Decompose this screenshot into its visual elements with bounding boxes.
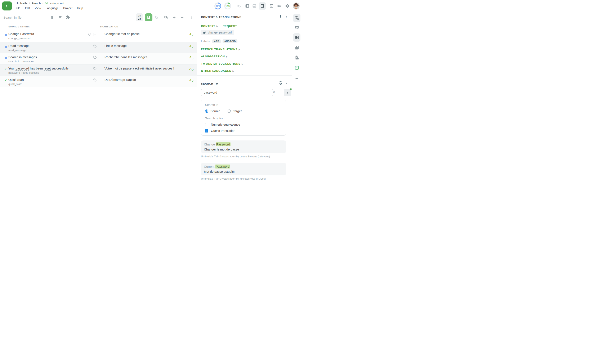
string-row[interactable]: ✓ Quick Start quick_start De Démarrage R… — [0, 76, 197, 87]
breadcrumb-separator: / — [29, 2, 30, 5]
section-ai-suggestion[interactable]: AI SUGGESTION▶ — [201, 54, 228, 58]
keyboard-icon[interactable] — [277, 4, 282, 9]
tm-filter-button[interactable] — [284, 89, 291, 96]
caret-down-icon[interactable]: ▼ — [285, 82, 288, 85]
tag-icon[interactable] — [88, 33, 91, 36]
section-other-languages[interactable]: OTHER LANGUAGES▶ — [201, 69, 234, 73]
add-panel-button[interactable] — [293, 74, 301, 83]
breadcrumb-project[interactable]: Umbrella — [16, 2, 27, 5]
source-cell[interactable]: ✓ Your password has been reset successfu… — [0, 65, 100, 76]
add-plus-icon — [295, 76, 299, 81]
string-key: search_in_messages — [8, 60, 87, 63]
spellcheck-icon[interactable]: A✓ — [189, 78, 194, 82]
copy-source-icon[interactable] — [163, 15, 168, 20]
search-option-label: Search option — [205, 116, 282, 120]
string-row[interactable]: Read message read_message Lire le messag… — [0, 42, 197, 53]
translation-cell[interactable]: Recherche dans les messages A✓ — [100, 53, 197, 65]
spellcheck-icon[interactable]: A✓ — [189, 32, 194, 36]
request-link[interactable]: REQUEST — [222, 24, 237, 28]
source-cell[interactable]: Change Password change_password — [0, 30, 100, 42]
tag-icon[interactable] — [93, 67, 97, 70]
back-button[interactable] — [2, 1, 12, 11]
checkbox-numeric-equivalence[interactable]: Numeric equivalence — [205, 123, 282, 126]
minus-icon[interactable] — [180, 15, 185, 20]
tm-match-highlight: Password — [215, 165, 230, 169]
tm-result-card[interactable]: Change Password Changer le mot de passe — [201, 140, 286, 153]
reader-view-icon — [295, 35, 299, 40]
layout-left-icon[interactable] — [244, 4, 250, 9]
tag-icon[interactable] — [93, 44, 97, 48]
translation-cell[interactable]: Lire le message A✓ — [100, 42, 197, 53]
translated-progress-ring[interactable]: 64% — [214, 2, 221, 10]
checkbox-guess-translation[interactable]: ✓ Guess translation — [205, 129, 282, 133]
tune-icon[interactable] — [49, 15, 54, 20]
radio-target[interactable]: Target — [228, 109, 242, 113]
search-tm-input[interactable] — [201, 89, 273, 96]
section-french-translations[interactable]: FRENCH TRANSLATIONS▶ — [201, 47, 240, 51]
source-cell[interactable]: Search in messages search_in_messages — [0, 53, 100, 65]
approved-progress-ring[interactable]: 17% — [224, 2, 231, 10]
pin-icon[interactable] — [279, 15, 282, 19]
string-key-chip[interactable]: change_password — [201, 30, 234, 35]
kebab-menu-icon[interactable] — [189, 15, 194, 20]
translation-cell[interactable]: De Démarrage Rapide A✓ — [100, 76, 197, 87]
breadcrumb-file[interactable]: strings.xml — [50, 2, 64, 5]
filter-list-icon[interactable] — [58, 15, 63, 20]
breadcrumb-language[interactable]: French — [32, 2, 41, 5]
layout-switcher — [244, 2, 266, 10]
string-row[interactable]: Search in messages search_in_messages Re… — [0, 53, 197, 65]
unpin-icon[interactable] — [279, 81, 282, 86]
menu-language[interactable]: Language — [46, 7, 59, 10]
side-rail — [292, 12, 301, 182]
user-avatar[interactable] — [293, 2, 300, 10]
spellcheck-icon[interactable]: A✓ — [189, 67, 194, 71]
translation-cell[interactable]: Changer le mot de passe A✓ — [100, 30, 197, 42]
translate-tab[interactable] — [293, 14, 301, 22]
layout-bottom-icon[interactable] — [252, 4, 257, 9]
menu-view[interactable]: View — [35, 7, 41, 10]
clear-x-icon[interactable]: ✕ — [273, 91, 275, 94]
table-header: SOURCE STRING TRANSLATION — [0, 23, 197, 30]
ai-assistant-tab[interactable] — [293, 64, 301, 72]
source-cell[interactable]: ✓ Quick Start quick_start — [0, 76, 100, 87]
draft-notes-icon[interactable] — [237, 4, 242, 9]
breadcrumb-separator: / — [42, 2, 43, 5]
radio-source[interactable]: Source — [205, 109, 220, 113]
undo-icon[interactable] — [154, 15, 159, 20]
context-translations-panel: CONTEXT & TRANSLATIONS ▼ CONTEXT ▶ REQUE… — [197, 12, 292, 182]
reader-view-tab[interactable] — [293, 33, 301, 42]
menu-file[interactable]: File — [16, 7, 21, 10]
section-tm-mt-suggestions[interactable]: TM AND MT SUGGESTIONS▶ — [201, 62, 243, 66]
menu-edit[interactable]: Edit — [25, 7, 30, 10]
spellcheck-icon[interactable]: A✓ — [189, 56, 194, 60]
caret-down-icon[interactable]: ▼ — [285, 16, 288, 18]
tag-icon[interactable] — [93, 78, 97, 82]
file-info-tab[interactable] — [293, 53, 301, 62]
label-chip[interactable]: APP — [212, 39, 221, 43]
comment-icon[interactable] — [93, 33, 97, 36]
label-chip[interactable]: ANDROID — [222, 39, 237, 43]
context-link[interactable]: CONTEXT — [201, 24, 215, 28]
string-row[interactable]: ✓ Your password has been reset successfu… — [0, 65, 197, 76]
file-info-icon — [295, 55, 299, 60]
tag-icon[interactable] — [93, 56, 97, 59]
status-done-icon: ✓ — [5, 68, 7, 70]
layout-right-button-active[interactable] — [259, 2, 266, 10]
menu-help[interactable]: Help — [77, 7, 83, 10]
plus-icon[interactable] — [172, 15, 177, 20]
string-row[interactable]: Change Password change_password Changer … — [0, 30, 197, 42]
puzzle-icon[interactable] — [65, 15, 70, 20]
source-cell[interactable]: Read message read_message — [0, 42, 100, 53]
spellcheck-icon[interactable]: A✓ — [189, 44, 194, 48]
comments-tab[interactable] — [293, 23, 301, 32]
translation-cell[interactable]: Votre mot de passe a été réinitialisé av… — [100, 65, 197, 76]
terminal-icon[interactable] — [269, 4, 274, 9]
glossary-tab[interactable] — [293, 44, 301, 52]
settings-gear-icon[interactable] — [285, 4, 290, 9]
save-button[interactable] — [145, 13, 152, 21]
menu-project[interactable]: Project — [63, 7, 72, 10]
ai-sparkle-icon — [295, 66, 299, 70]
tm-result-card[interactable]: Current Password Mot de passe actuel!!! — [201, 163, 286, 175]
status-in-progress-icon — [5, 33, 7, 37]
search-in-file-input[interactable] — [3, 15, 45, 20]
